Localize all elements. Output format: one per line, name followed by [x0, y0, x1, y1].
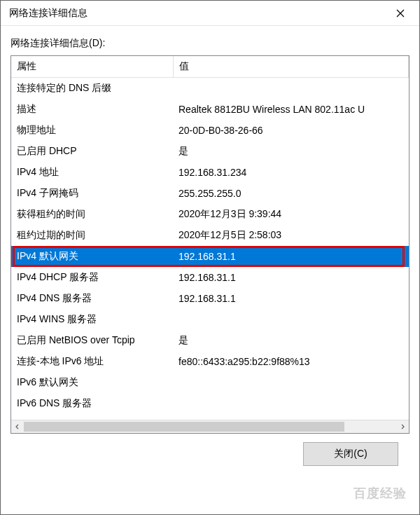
value-cell: Realtek 8812BU Wireless LAN 802.11ac U [173, 104, 409, 115]
table-row[interactable]: 连接特定的 DNS 后缀 [11, 78, 409, 99]
table-row[interactable]: IPv4 WINS 服务器 [11, 309, 409, 330]
scroll-right-arrow-icon[interactable] [396, 420, 409, 433]
property-cell: 连接-本地 IPv6 地址 [11, 355, 173, 368]
value-cell: fe80::6433:a295:b22:9f88%13 [173, 356, 409, 367]
value-cell: 2020年12月5日 2:58:03 [173, 229, 409, 242]
property-cell: IPv4 DHCP 服务器 [11, 271, 173, 284]
property-cell: 已启用 NetBIOS over Tcpip [11, 334, 173, 347]
property-cell: 描述 [11, 103, 173, 116]
value-cell: 192.168.31.1 [173, 251, 409, 262]
section-label: 网络连接详细信息(D): [10, 37, 410, 50]
column-header-property[interactable]: 属性 [11, 56, 174, 77]
table-row[interactable]: IPv6 DNS 服务器 [11, 393, 409, 414]
value-cell: 20-0D-B0-38-26-66 [173, 125, 409, 136]
property-cell: IPv4 地址 [11, 166, 173, 179]
dialog-body: 网络连接详细信息(D): 属性 值 连接特定的 DNS 后缀描述Realtek … [1, 26, 419, 514]
property-cell: IPv4 子网掩码 [11, 187, 173, 200]
scroll-left-arrow-icon[interactable] [11, 420, 24, 433]
column-header-row: 属性 值 [11, 56, 409, 78]
table-row[interactable]: 物理地址20-0D-B0-38-26-66 [11, 120, 409, 141]
property-cell: IPv4 WINS 服务器 [11, 313, 173, 326]
titlebar: 网络连接详细信息 [1, 1, 419, 26]
table-row[interactable]: 连接-本地 IPv6 地址fe80::6433:a295:b22:9f88%13 [11, 351, 409, 372]
table-row[interactable]: 获得租约的时间2020年12月3日 9:39:44 [11, 204, 409, 225]
value-cell: 255.255.255.0 [173, 188, 409, 199]
table-row[interactable]: 租约过期的时间2020年12月5日 2:58:03 [11, 225, 409, 246]
table-row[interactable]: 已启用 NetBIOS over Tcpip是 [11, 330, 409, 351]
value-cell: 192.168.31.234 [173, 167, 409, 178]
list-rows: 连接特定的 DNS 后缀描述Realtek 8812BU Wireless LA… [11, 78, 409, 420]
property-cell: 租约过期的时间 [11, 229, 173, 242]
details-list: 属性 值 连接特定的 DNS 后缀描述Realtek 8812BU Wirele… [10, 55, 410, 434]
window-title: 网络连接详细信息 [9, 7, 384, 20]
property-cell: IPv6 DNS 服务器 [11, 397, 173, 410]
property-cell: IPv4 DNS 服务器 [11, 292, 173, 305]
column-header-value[interactable]: 值 [174, 56, 409, 77]
table-row[interactable]: IPv6 默认网关 [11, 372, 409, 393]
dialog-footer: 关闭(C) [10, 434, 410, 466]
value-cell: 2020年12月3日 9:39:44 [173, 208, 409, 221]
property-cell: IPv4 默认网关 [11, 250, 173, 263]
value-cell: 是 [173, 334, 409, 347]
property-cell: 获得租约的时间 [11, 208, 173, 221]
scroll-track[interactable] [24, 420, 396, 433]
close-button[interactable]: 关闭(C) [303, 442, 398, 466]
table-row[interactable]: IPv4 DNS 服务器192.168.31.1 [11, 288, 409, 309]
table-row[interactable]: 描述Realtek 8812BU Wireless LAN 802.11ac U [11, 99, 409, 120]
table-row[interactable]: IPv4 子网掩码255.255.255.0 [11, 183, 409, 204]
property-cell: 物理地址 [11, 124, 173, 137]
close-icon[interactable] [384, 2, 416, 25]
value-cell: 是 [173, 145, 409, 158]
table-row[interactable]: IPv4 默认网关192.168.31.1 [11, 246, 409, 267]
scroll-thumb[interactable] [24, 422, 344, 432]
property-cell: IPv6 默认网关 [11, 376, 173, 389]
table-row[interactable]: IPv4 DHCP 服务器192.168.31.1 [11, 267, 409, 288]
dialog-window: 网络连接详细信息 网络连接详细信息(D): 属性 值 连接特定的 DNS 后缀描… [0, 0, 420, 515]
property-cell: 连接特定的 DNS 后缀 [11, 82, 173, 95]
value-cell: 192.168.31.1 [173, 293, 409, 304]
table-row[interactable]: 已启用 DHCP是 [11, 141, 409, 162]
table-row[interactable]: IPv4 地址192.168.31.234 [11, 162, 409, 183]
property-cell: 已启用 DHCP [11, 145, 173, 158]
horizontal-scrollbar[interactable] [11, 420, 409, 433]
value-cell: 192.168.31.1 [173, 272, 409, 283]
